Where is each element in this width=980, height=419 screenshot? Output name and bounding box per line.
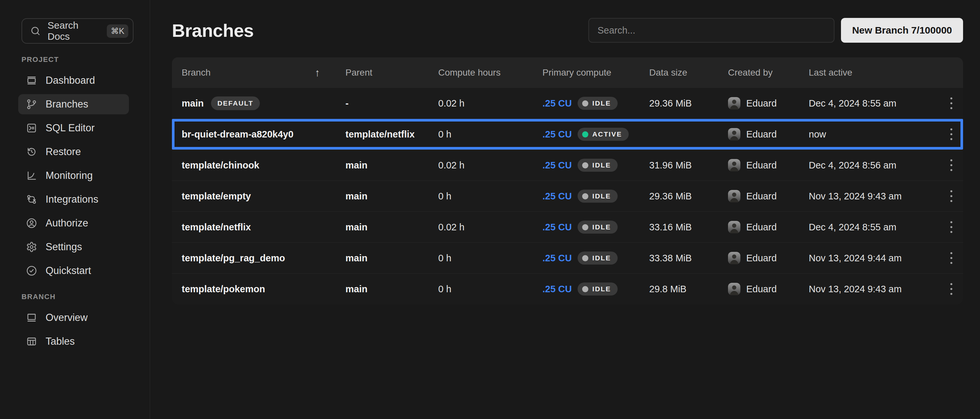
sidebar-section-title-branch: BRANCH — [21, 293, 150, 301]
created-by-name: Eduard — [746, 253, 777, 264]
primary-compute-cell: .25 CU IDLE — [542, 252, 649, 264]
sidebar-item-label: Overview — [46, 312, 88, 323]
avatar — [728, 190, 740, 202]
column-header-data-size[interactable]: Data size — [649, 67, 728, 78]
sidebar-item-settings[interactable]: Settings — [18, 237, 129, 257]
status-dot-icon — [582, 193, 588, 199]
branch-cell: br-quiet-dream-a820k4y0 — [182, 129, 345, 140]
sidebar-item-sql-editor[interactable]: SQL Editor — [18, 118, 129, 138]
search-docs-label: Search Docs — [48, 20, 100, 42]
monitoring-icon — [26, 170, 37, 181]
parent-cell: main — [345, 160, 438, 171]
primary-compute-cell: .25 CU IDLE — [542, 190, 649, 203]
primary-compute-cell: .25 CU IDLE — [542, 282, 649, 296]
branch-row-br-quiet-dream-a820k4y0[interactable]: br-quiet-dream-a820k4y0 template/netflix… — [172, 119, 963, 150]
compute-units-value: .25 CU — [542, 98, 572, 109]
sidebar-item-label: Dashboard — [46, 75, 95, 86]
branch-row-main[interactable]: main DEFAULT - 0.02 h .25 CU IDLE 29.36 … — [172, 88, 963, 119]
status-badge: ACTIVE — [578, 128, 628, 141]
branch-cell: template/pg_rag_demo — [182, 253, 345, 264]
status-badge: IDLE — [578, 282, 617, 296]
branches-table: Branch ↑ Parent Compute hours Primary co… — [172, 57, 963, 304]
sidebar-item-restore[interactable]: Restore — [18, 142, 129, 162]
branch-row-template-pokemon[interactable]: template/pokemon main 0 h .25 CU IDLE 29… — [172, 273, 963, 304]
row-actions-cell — [935, 94, 958, 113]
branches-icon — [26, 99, 37, 110]
sidebar-item-monitoring[interactable]: Monitoring — [18, 166, 129, 186]
parent-cell: main — [345, 191, 438, 202]
integrations-icon — [26, 194, 37, 205]
branch-name: template/empty — [182, 191, 251, 202]
created-by-name: Eduard — [746, 284, 777, 295]
column-label: Parent — [345, 67, 372, 78]
branch-cell: main DEFAULT — [182, 96, 345, 110]
column-header-primary-compute[interactable]: Primary compute — [542, 67, 649, 78]
status-label: IDLE — [592, 192, 611, 200]
row-menu-button[interactable] — [945, 280, 958, 298]
search-input[interactable] — [588, 18, 834, 43]
status-label: ACTIVE — [592, 130, 622, 138]
sidebar-item-label: SQL Editor — [46, 122, 94, 134]
compute-hours-cell: 0.02 h — [438, 160, 542, 171]
sidebar-item-label: Restore — [46, 146, 81, 158]
main-content: Branches New Branch 7/100000 Branch ↑ Pa… — [150, 0, 980, 419]
column-header-compute-hours[interactable]: Compute hours — [438, 67, 542, 78]
search-icon — [30, 25, 41, 37]
row-menu-button[interactable] — [945, 156, 958, 175]
last-active-cell: Dec 4, 2024 8:55 am — [809, 98, 935, 109]
status-label: IDLE — [592, 223, 611, 231]
sidebar-item-overview[interactable]: Overview — [18, 307, 129, 328]
status-dot-icon — [582, 131, 588, 137]
compute-hours-cell: 0 h — [438, 284, 542, 295]
sidebar-item-quickstart[interactable]: Quickstart — [18, 261, 129, 281]
branch-row-template-empty[interactable]: template/empty main 0 h .25 CU IDLE 29.3… — [172, 180, 963, 212]
created-by-cell: Eduard — [728, 97, 809, 110]
last-active-cell: now — [809, 129, 935, 140]
branch-row-template-chinook[interactable]: template/chinook main 0.02 h .25 CU IDLE… — [172, 150, 963, 180]
status-badge: IDLE — [578, 97, 617, 110]
sidebar-item-label: Tables — [46, 336, 75, 347]
column-header-parent[interactable]: Parent — [345, 67, 438, 78]
branch-row-template-pg-rag-demo[interactable]: template/pg_rag_demo main 0 h .25 CU IDL… — [172, 242, 963, 273]
sidebar-item-integrations[interactable]: Integrations — [18, 189, 129, 209]
column-header-created-by[interactable]: Created by — [728, 67, 809, 78]
sidebar-item-authorize[interactable]: Authorize — [18, 213, 129, 233]
branch-name: template/pg_rag_demo — [182, 253, 285, 264]
status-dot-icon — [582, 100, 588, 107]
sidebar-item-branches[interactable]: Branches — [18, 94, 129, 115]
row-menu-button[interactable] — [945, 187, 958, 206]
avatar — [728, 159, 740, 171]
data-size-cell: 33.38 MiB — [649, 253, 728, 264]
status-label: IDLE — [592, 99, 611, 107]
restore-icon — [26, 146, 37, 158]
status-badge: IDLE — [578, 190, 617, 203]
search-docs-button[interactable]: Search Docs ⌘K — [21, 18, 134, 44]
status-dot-icon — [582, 286, 588, 292]
avatar — [728, 283, 740, 295]
compute-units-value: .25 CU — [542, 253, 572, 264]
sidebar-item-label: Settings — [46, 241, 82, 253]
branch-cell: template/pokemon — [182, 284, 345, 295]
row-menu-button[interactable] — [945, 125, 958, 144]
last-active-cell: Nov 13, 2024 9:43 am — [809, 191, 935, 202]
compute-hours-cell: 0.02 h — [438, 222, 542, 233]
data-size-cell: 29.36 MiB — [649, 191, 728, 202]
status-dot-icon — [582, 162, 588, 169]
new-branch-button[interactable]: New Branch 7/100000 — [841, 18, 963, 43]
row-actions-cell — [935, 280, 958, 298]
row-menu-button[interactable] — [945, 218, 958, 237]
branch-name: template/netflix — [182, 222, 251, 233]
sidebar-item-tables[interactable]: Tables — [18, 331, 129, 352]
column-header-branch[interactable]: Branch ↑ — [182, 67, 345, 79]
avatar — [728, 221, 740, 233]
sidebar-item-dashboard[interactable]: Dashboard — [18, 70, 129, 91]
row-menu-button[interactable] — [945, 94, 958, 113]
status-label: IDLE — [592, 254, 611, 262]
sidebar-section-title-project: PROJECT — [21, 56, 150, 64]
row-menu-button[interactable] — [945, 249, 958, 268]
column-label: Branch — [182, 67, 211, 78]
branch-row-template-netflix[interactable]: template/netflix main 0.02 h .25 CU IDLE… — [172, 212, 963, 242]
column-header-last-active[interactable]: Last active — [809, 67, 935, 78]
status-label: IDLE — [592, 285, 611, 293]
settings-icon — [26, 241, 37, 253]
